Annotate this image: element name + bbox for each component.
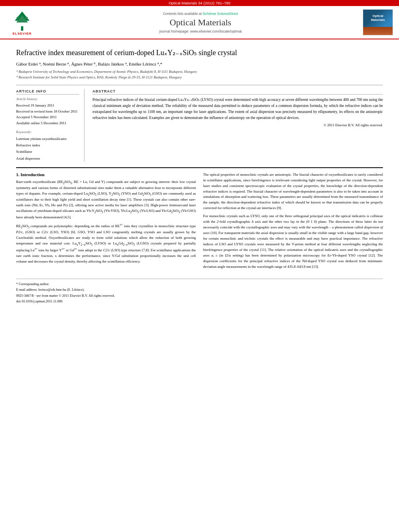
affiliation-b: ᵇ Research Institute for Solid State Phy… bbox=[16, 75, 383, 80]
svg-rect-0 bbox=[21, 26, 23, 31]
article-footer: * Corresponding author. E-mail address: … bbox=[16, 279, 383, 303]
issn-text: 0925-3467/$ - see front matter © 2011 El… bbox=[16, 294, 115, 298]
abstract-header: ABSTRACT bbox=[93, 89, 383, 94]
svg-point-4 bbox=[25, 16, 28, 19]
body-paragraph-4: For monoclinic crystals such as LYSO, on… bbox=[203, 214, 383, 269]
badge-title: Optical Materials bbox=[371, 14, 385, 31]
sciverse-link[interactable]: SciVerse ScienceDirect bbox=[203, 12, 238, 16]
keyword-1: Lutetium yttrium oxyorthosilicates bbox=[16, 136, 79, 142]
journal-header: ELSEVIER Contents lists available at Sci… bbox=[0, 6, 399, 39]
body-paragraph-3: The optical properties of monoclinic cry… bbox=[203, 172, 383, 212]
journal-citation-bar: Optical Materials 34 (2012) 781–785 bbox=[0, 0, 399, 6]
keyword-4: Axial dispersion bbox=[16, 155, 79, 162]
available-date: Available online 5 December 2011 bbox=[16, 120, 79, 126]
abstract-text: Principal refractive indices of the biax… bbox=[93, 97, 383, 121]
body-left-column: 1. Introduction Rare-earth oxyorthosilic… bbox=[16, 172, 196, 272]
journal-center-info: Contents lists available at SciVerse Sci… bbox=[44, 9, 357, 35]
info-abstract-section: ARTICLE INFO Article history: Received 1… bbox=[16, 85, 383, 161]
email-note: E-mail address: lorincz@eik.bme.hu (E. L… bbox=[16, 287, 383, 292]
article-container: Refractive index measurement of cerium-d… bbox=[0, 39, 399, 311]
copyright-line: © 2011 Elsevier B.V. All rights reserved… bbox=[93, 123, 383, 127]
body-right-column: The optical properties of monoclinic cry… bbox=[203, 172, 383, 272]
affiliation-a: ᵃ Budapest University of Technology and … bbox=[16, 69, 383, 75]
corresponding-author-note: * Corresponding author. bbox=[16, 281, 383, 287]
issn-line: 0925-3467/$ - see front matter © 2011 El… bbox=[16, 293, 383, 298]
elsevier-tree-icon bbox=[10, 10, 34, 32]
keyword-3: Scintillator bbox=[16, 148, 79, 155]
keywords-list: Lutetium yttrium oxyorthosilicates Refra… bbox=[16, 136, 79, 162]
article-info-header: ARTICLE INFO bbox=[16, 89, 79, 94]
email-label: E-mail address: lorincz@eik.bme.hu (E. L… bbox=[16, 288, 84, 292]
doi-text: doi:10.1016/j.optmat.2011.11.006 bbox=[16, 299, 62, 303]
article-info-column: ARTICLE INFO Article history: Received 1… bbox=[16, 89, 84, 161]
body-paragraph-1: Rare-earth oxyorthosilicate (RE2SiO5, RE… bbox=[16, 179, 196, 220]
svg-point-3 bbox=[16, 16, 19, 19]
journal-citation: Optical Materials 34 (2012) 781–785 bbox=[169, 1, 230, 5]
doi-line: doi:10.1016/j.optmat.2011.11.006 bbox=[16, 299, 383, 303]
journal-badge-area: Optical Materials bbox=[361, 9, 395, 35]
body-section: 1. Introduction Rare-earth oxyorthosilic… bbox=[16, 167, 383, 272]
body-paragraph-2: RE2SiO5 compounds are polymorphic: depen… bbox=[16, 223, 196, 265]
corresponding-label: * Corresponding author. bbox=[16, 282, 49, 286]
journal-homepage: journal homepage: www.elsevier.com/locat… bbox=[159, 29, 242, 33]
article-title: Refractive index measurement of cerium-d… bbox=[16, 48, 383, 58]
abstract-column: ABSTRACT Principal refractive indices of… bbox=[93, 89, 383, 161]
journal-title: Optical Materials bbox=[170, 17, 231, 28]
sciverse-line: Contents lists available at SciVerse Sci… bbox=[163, 12, 238, 16]
received-date: Received 19 January 2011 bbox=[16, 103, 79, 108]
affiliations: ᵃ Budapest University of Technology and … bbox=[16, 69, 383, 80]
history-label: Article history: bbox=[16, 97, 79, 101]
keywords-label: Keywords: bbox=[16, 130, 79, 134]
section1-title: 1. Introduction bbox=[16, 172, 196, 177]
authors-line: Gábor Erdei ᵃ, Noémi Berze ᵃ, Ágnes Péte… bbox=[16, 62, 383, 67]
optical-materials-badge: Optical Materials bbox=[363, 9, 393, 35]
keyword-2: Refractive index bbox=[16, 142, 79, 148]
elsevier-text: ELSEVIER bbox=[12, 32, 32, 35]
elsevier-logo-area: ELSEVIER bbox=[4, 9, 40, 35]
received-revised-date: Received in revised form 18 October 2011 bbox=[16, 109, 79, 114]
accepted-date: Accepted 5 November 2011 bbox=[16, 114, 79, 120]
history-dates: Received 19 January 2011 Received in rev… bbox=[16, 103, 79, 126]
